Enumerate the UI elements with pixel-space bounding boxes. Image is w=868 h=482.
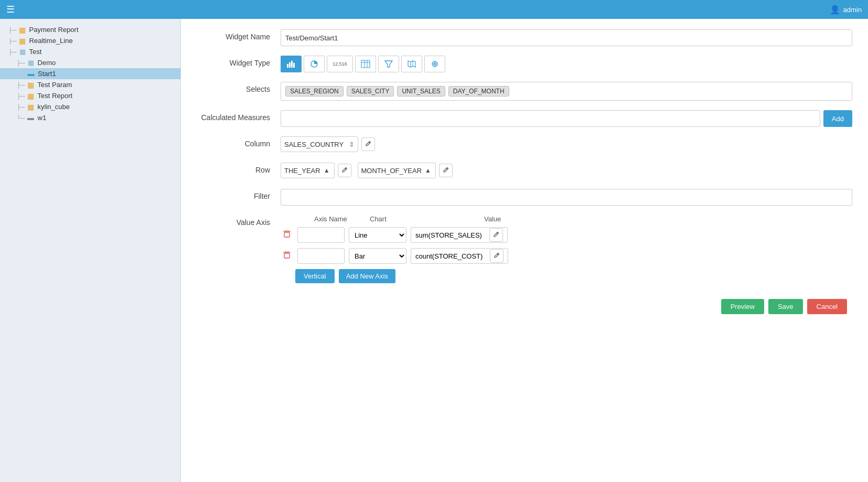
report-icon: ▦ <box>18 26 27 34</box>
report-icon: ▦ <box>26 92 36 100</box>
bar-chart-icon <box>286 60 296 68</box>
sidebar-item-label: Test Report <box>38 92 72 100</box>
sidebar-item-label: Start1 <box>38 70 56 78</box>
axis-row-2: Line Bar Area Scatter count(STORE_COST) <box>281 248 852 264</box>
row-row: Row THE_YEAR ▲ MONTH_OF_YEAR ▲ <box>197 163 852 179</box>
calculated-measures-input[interactable] <box>281 110 820 127</box>
edit-icon <box>494 252 500 259</box>
widget-type-number[interactable]: 12,516 <box>327 56 353 72</box>
topbar: ☰ 👤 admin <box>0 0 868 19</box>
sidebar-item-realtime-line[interactable]: ├─ ▦ Realtime_Line <box>0 35 180 46</box>
row-edit-button-1[interactable] <box>338 164 351 177</box>
value-axis-row: Value Axis Axis Name Chart Value <box>197 215 852 283</box>
calculated-measures-control: Add <box>281 110 852 127</box>
save-button[interactable]: Save <box>768 299 803 314</box>
sidebar-item-start1[interactable]: ▬ Start1 <box>0 68 180 79</box>
sidebar-item-kylin-cube[interactable]: ├─ ▦ kylin_cube <box>0 101 180 112</box>
delete-axis-2-button[interactable] <box>281 251 293 261</box>
preview-button[interactable]: Preview <box>721 299 764 314</box>
widget-name-input[interactable] <box>281 29 852 46</box>
svg-rect-21 <box>284 232 290 237</box>
filter-row: Filter <box>197 189 852 206</box>
hamburger-icon[interactable]: ☰ <box>6 4 15 15</box>
vertical-button[interactable]: Vertical <box>295 269 335 283</box>
sidebar: ├─ ▦ Payment Report ├─ ▦ Realtime_Line ├… <box>0 19 181 482</box>
sidebar-item-test-report[interactable]: ├─ ▦ Test Report <box>0 90 180 101</box>
axis-name-input-2[interactable] <box>297 248 345 264</box>
sidebar-item-test-param[interactable]: ├─ ▦ Test Param <box>0 79 180 90</box>
row-dropdown-the-year[interactable]: THE_YEAR ▲ <box>281 163 335 178</box>
sidebar-item-label: w1 <box>38 114 47 122</box>
column-edit-button[interactable] <box>361 137 375 151</box>
edit-icon <box>365 141 371 147</box>
sidebar-item-label: Test <box>29 48 42 56</box>
delete-icon <box>283 251 291 259</box>
table-icon <box>361 60 370 68</box>
action-buttons: Preview Save Cancel <box>197 299 852 314</box>
connector: ├─ <box>17 104 25 110</box>
value-edit-button-2[interactable] <box>490 249 503 263</box>
content-area: Widget Name Widget Type <box>181 19 868 482</box>
sidebar-item-payment-report[interactable]: ├─ ▦ Payment Report <box>0 24 180 35</box>
widget-type-row: Widget Type 1 <box>197 56 852 72</box>
value-display-1: sum(STORE_SALES) <box>411 227 508 243</box>
svg-rect-26 <box>284 253 290 258</box>
svg-line-30 <box>497 254 498 255</box>
svg-line-20 <box>446 168 447 169</box>
svg-rect-0 <box>287 64 288 68</box>
connector: ├─ <box>17 60 25 66</box>
sidebar-item-w1[interactable]: └─ ▬ w1 <box>0 112 180 123</box>
row-arrow-the-year[interactable]: ▲ <box>323 167 331 174</box>
connector: ├─ <box>8 38 17 44</box>
value-edit-button-1[interactable] <box>489 228 503 242</box>
column-row: Column SALES_COUNTRY ⇕ <box>197 136 852 153</box>
svg-rect-5 <box>361 60 370 68</box>
delete-axis-1-button[interactable] <box>281 230 293 240</box>
widget-type-custom[interactable] <box>424 56 445 72</box>
column-dropdown[interactable]: SALES_COUNTRY ⇕ <box>281 136 358 152</box>
cancel-button[interactable]: Cancel <box>807 299 847 314</box>
value-display-2: count(STORE_COST) <box>411 248 508 264</box>
sidebar-item-label: Test Param <box>38 81 72 89</box>
report-icon: ▦ <box>18 37 27 45</box>
map-icon <box>407 60 416 68</box>
filter-input[interactable] <box>281 189 852 206</box>
widget-type-pie-chart[interactable] <box>304 56 325 72</box>
axis-header-name: Axis Name <box>314 215 361 223</box>
number-label: 12,516 <box>333 61 347 67</box>
chart-type-select-2[interactable]: Line Bar Area Scatter <box>349 248 406 264</box>
svg-rect-2 <box>291 61 293 68</box>
edit-icon <box>341 167 348 173</box>
selects-container[interactable]: SALES_REGION SALES_CITY UNIT_SALES DAY_O… <box>281 82 852 101</box>
axis-header-value: Value <box>484 215 501 223</box>
main-layout: ├─ ▦ Payment Report ├─ ▦ Realtime_Line ├… <box>0 19 868 482</box>
row-arrow-month-of-year[interactable]: ▲ <box>424 167 432 174</box>
widget-type-filter[interactable] <box>378 56 399 72</box>
filter-label: Filter <box>197 189 281 200</box>
row-label: Row <box>197 163 281 174</box>
widget-type-table[interactable] <box>355 56 376 72</box>
selects-label: Selects <box>197 82 281 93</box>
axis-name-input-1[interactable] <box>297 227 345 243</box>
widget-name-control <box>281 29 852 46</box>
row-dropdown-month-of-year[interactable]: MONTH_OF_YEAR ▲ <box>358 163 436 178</box>
widget-name-label: Widget Name <box>197 29 281 41</box>
edit-icon <box>443 167 449 173</box>
select-tag-sales-city: SALES_CITY <box>347 86 394 97</box>
report-icon: ▦ <box>26 81 36 89</box>
row-edit-button-2[interactable] <box>439 164 453 177</box>
document-icon: ▬ <box>26 114 36 122</box>
sidebar-item-test[interactable]: ├─ ▦ Test <box>0 46 180 57</box>
widget-type-map[interactable] <box>401 56 422 72</box>
add-measure-button[interactable]: Add <box>823 110 852 127</box>
row-value-the-year: THE_YEAR <box>284 167 320 175</box>
widget-type-bar-chart[interactable] <box>281 56 302 72</box>
sidebar-item-demo[interactable]: ├─ ▦ Demo <box>0 57 180 68</box>
axis-header-chart: Chart <box>370 215 433 223</box>
add-new-axis-button[interactable]: Add New Axis <box>339 269 395 283</box>
username-label: admin <box>843 6 862 14</box>
chart-type-select-1[interactable]: Line Bar Area Scatter <box>349 227 406 243</box>
widget-type-label: Widget Type <box>197 56 281 67</box>
folder-icon: ▦ <box>18 48 27 56</box>
connector: ├─ <box>17 93 25 99</box>
